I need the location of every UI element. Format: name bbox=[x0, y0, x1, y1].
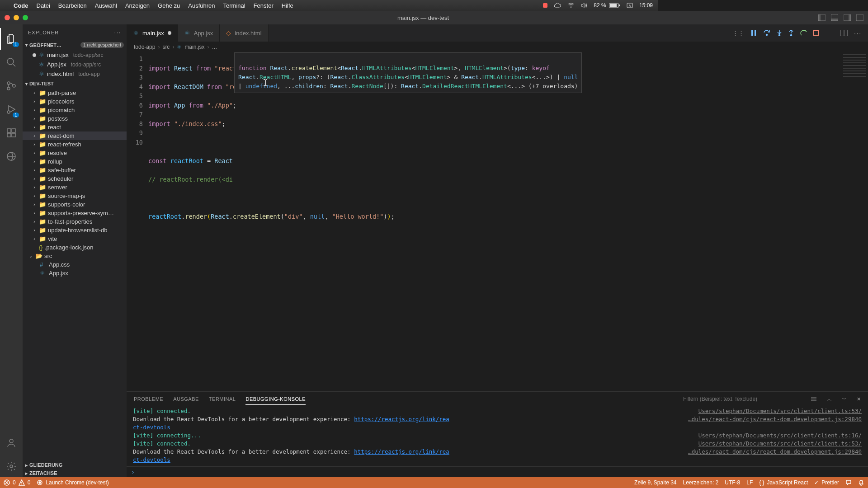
window-minimize-button[interactable] bbox=[14, 15, 19, 20]
folder-item[interactable]: ›📁picomatch bbox=[23, 106, 127, 114]
open-editors-header[interactable]: ▾ GEÖFFNET… 1 nicht gespeichert bbox=[23, 41, 127, 49]
folder-item[interactable]: ›📁rollup bbox=[23, 157, 127, 166]
debug-badge: 1 bbox=[13, 113, 19, 117]
folder-item[interactable]: ›📁scheduler bbox=[23, 174, 127, 183]
svg-point-16 bbox=[13, 84, 15, 87]
activity-scm[interactable] bbox=[0, 75, 23, 97]
open-editor-item[interactable]: ⚛main.jsxtodo-app/src bbox=[23, 50, 127, 60]
svg-rect-3 bbox=[619, 5, 620, 6]
status-lang-icon[interactable]: A bbox=[627, 3, 633, 8]
menu-go[interactable]: Gehe zu bbox=[158, 2, 180, 9]
activity-debug[interactable]: 1 bbox=[0, 99, 23, 120]
menu-window[interactable]: Fenster bbox=[254, 2, 274, 9]
editor-tabbar: ⚛main.jsx⚛App.jsx◇index.html ⋮⋮ bbox=[127, 24, 658, 42]
folder-item[interactable]: ›📁react-dom bbox=[23, 131, 127, 140]
svg-point-15 bbox=[7, 87, 10, 90]
window-close-button[interactable] bbox=[5, 15, 10, 20]
project-header[interactable]: ▾ DEV-TEST bbox=[23, 80, 127, 88]
folder-item[interactable]: ›📁update-browserslist-db bbox=[23, 226, 127, 235]
editor-tab[interactable]: ⚛App.jsx bbox=[178, 24, 220, 42]
menu-terminal[interactable]: Terminal bbox=[223, 2, 245, 9]
svg-point-14 bbox=[7, 82, 10, 84]
breadcrumb[interactable]: todo-app› src› ⚛ main.jsx› … bbox=[127, 42, 658, 52]
folder-item[interactable]: ›📁react-refresh bbox=[23, 140, 127, 149]
code-editor[interactable]: 12345678910 import React from "react"; i… bbox=[127, 52, 658, 369]
svg-rect-20 bbox=[7, 133, 11, 137]
svg-rect-21 bbox=[12, 133, 15, 137]
menu-edit[interactable]: Bearbeiten bbox=[58, 2, 87, 9]
activity-extensions[interactable] bbox=[0, 122, 23, 144]
window-title: main.jsx — dev-test bbox=[28, 14, 658, 21]
folder-item[interactable]: ›📁vite bbox=[23, 235, 127, 243]
open-editor-item[interactable]: ⚛index.htmltodo-app bbox=[23, 69, 127, 79]
file-item[interactable]: #App.css bbox=[23, 260, 127, 269]
menu-view[interactable]: Anzeigen bbox=[125, 2, 150, 9]
status-battery[interactable]: 82 % bbox=[594, 2, 620, 9]
folder-item[interactable]: ›📁supports-color bbox=[23, 200, 127, 209]
folder-item[interactable]: ›📁supports-preserve-sym… bbox=[23, 209, 127, 217]
folder-item[interactable]: ›📁postcss bbox=[23, 114, 127, 123]
folder-item[interactable]: ›📁resolve bbox=[23, 149, 127, 157]
activity-bar: 1 1 bbox=[0, 24, 23, 369]
svg-rect-19 bbox=[12, 129, 15, 132]
activity-remote[interactable] bbox=[0, 145, 23, 167]
unsaved-pill: 1 nicht gespeichert bbox=[80, 42, 124, 48]
activity-search[interactable] bbox=[0, 52, 23, 73]
status-clock[interactable]: 15:09 bbox=[639, 2, 653, 9]
svg-rect-2 bbox=[610, 4, 617, 7]
folder-item[interactable]: ›📁source-map-js bbox=[23, 192, 127, 200]
folder-item[interactable]: ›📁path-parse bbox=[23, 89, 127, 97]
menu-run[interactable]: Ausführen bbox=[188, 2, 215, 9]
menu-selection[interactable]: Auswahl bbox=[95, 2, 117, 9]
open-editor-item[interactable]: ⚛App.jsxtodo-app/src bbox=[23, 60, 127, 69]
folder-item[interactable]: ›📁semver bbox=[23, 183, 127, 192]
folder-item[interactable]: ›📁to-fast-properties bbox=[23, 217, 127, 226]
status-cloud-icon[interactable] bbox=[554, 3, 561, 8]
signature-tooltip: function React.createElement<React.HTMLA… bbox=[234, 52, 582, 93]
sidebar-more-icon[interactable]: ··· bbox=[114, 30, 121, 35]
folder-item[interactable]: ›📁react bbox=[23, 123, 127, 131]
svg-rect-18 bbox=[7, 129, 11, 132]
explorer-sidebar: EXPLORER ··· ▾ GEÖFFNET… 1 nicht gespeic… bbox=[23, 24, 127, 369]
menu-app[interactable]: Code bbox=[14, 2, 28, 9]
svg-point-17 bbox=[7, 111, 10, 113]
window-zoom-button[interactable] bbox=[23, 15, 28, 20]
status-wifi-icon[interactable] bbox=[567, 3, 575, 8]
file-item[interactable]: ⚛App.jsx bbox=[23, 269, 127, 277]
svg-point-13 bbox=[7, 58, 14, 65]
folder-item[interactable]: ›📁safe-buffer bbox=[23, 166, 127, 174]
activity-explorer[interactable]: 1 bbox=[0, 28, 23, 50]
file-item[interactable]: {}.package-lock.json bbox=[23, 243, 127, 252]
window-titlebar: main.jsx — dev-test bbox=[0, 11, 658, 24]
status-recording-icon[interactable] bbox=[543, 3, 547, 8]
svg-text:A: A bbox=[629, 4, 631, 7]
folder-item[interactable]: ›📁picocolors bbox=[23, 97, 127, 106]
menu-help[interactable]: Hilfe bbox=[282, 2, 293, 9]
svg-point-0 bbox=[571, 7, 571, 8]
explorer-badge: 1 bbox=[13, 42, 19, 47]
editor-tab[interactable]: ◇index.html bbox=[220, 24, 268, 42]
folder-src[interactable]: ⌄📂src bbox=[23, 252, 127, 260]
editor-tab[interactable]: ⚛main.jsx bbox=[127, 24, 178, 42]
status-volume-icon[interactable] bbox=[581, 3, 587, 8]
menu-file[interactable]: Datei bbox=[37, 2, 50, 9]
sidebar-title: EXPLORER bbox=[28, 30, 59, 35]
macos-menubar: Code Datei Bearbeiten Auswahl Anzeigen G… bbox=[0, 0, 658, 11]
